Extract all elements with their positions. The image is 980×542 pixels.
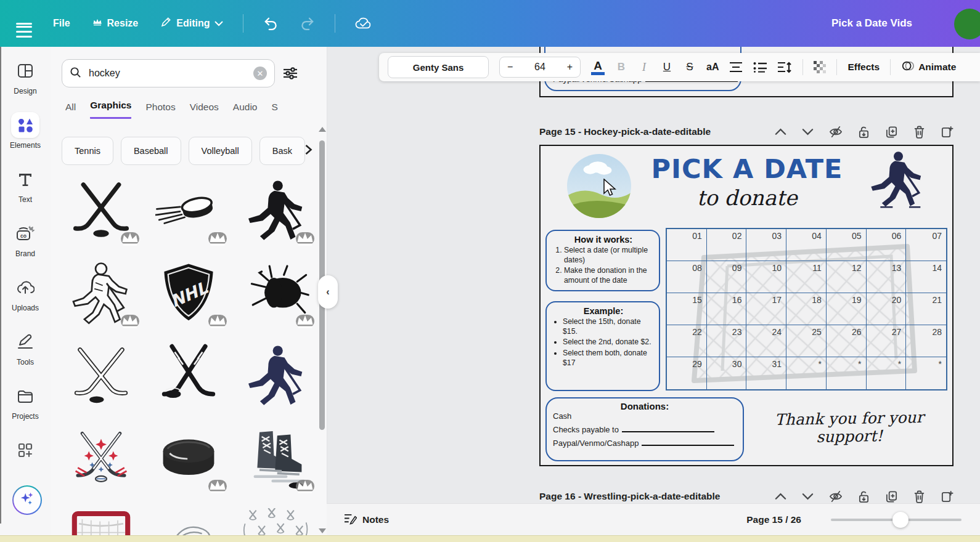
calendar-cell-09[interactable]: 09 — [707, 261, 747, 293]
scroll-down-arrow[interactable] — [319, 528, 326, 533]
delete-page-button[interactable] — [913, 490, 925, 503]
italic-button[interactable]: I — [638, 60, 650, 74]
account-avatar[interactable] — [954, 9, 980, 39]
sky-hills-circle-image[interactable] — [566, 153, 632, 222]
add-page-button[interactable] — [941, 126, 953, 139]
tab-audio[interactable]: Audio — [233, 102, 258, 119]
hockey-player-graphic[interactable] — [866, 150, 928, 227]
search-filters-icon[interactable] — [282, 66, 298, 81]
bold-button[interactable]: B — [615, 61, 627, 73]
calendar-cell-20[interactable]: 20 — [867, 293, 907, 325]
calendar-cell-03[interactable]: 03 — [746, 229, 786, 261]
result-hockey-player-silhouette[interactable] — [237, 175, 316, 248]
zoom-slider-handle[interactable] — [892, 512, 909, 528]
search-input[interactable] — [88, 67, 247, 79]
line-spacing-button[interactable] — [777, 62, 792, 73]
calendar-cell-26[interactable]: 26 — [827, 325, 867, 357]
duplicate-page-button[interactable] — [885, 490, 898, 503]
calendar-cell-29[interactable]: 29 — [667, 357, 707, 389]
calendar-cell-23[interactable]: 23 — [707, 325, 747, 357]
font-size-increase-button[interactable]: + — [567, 62, 573, 73]
sidebar-item-projects[interactable]: Projects — [0, 383, 51, 437]
calendar-cell-31[interactable]: 31 — [746, 357, 786, 389]
calendar-cell-22[interactable]: 22 — [667, 325, 707, 357]
sidebar-item-elements[interactable]: Elements — [0, 112, 51, 166]
move-page-up-button[interactable] — [775, 493, 786, 500]
strikethrough-button[interactable]: S — [684, 61, 696, 73]
add-page-button[interactable] — [941, 490, 953, 503]
calendar-cell-05[interactable]: 05 — [827, 229, 867, 261]
calendar-cell-*[interactable]: * — [827, 357, 867, 389]
result-hockey-player-navy[interactable] — [237, 340, 316, 413]
move-page-down-button[interactable] — [802, 128, 814, 136]
calendar-cell-15[interactable]: 15 — [667, 293, 707, 325]
thank-you-text[interactable]: Thank you for your support! — [748, 408, 952, 447]
calendar-cell-16[interactable]: 16 — [707, 293, 747, 325]
calendar-cell-*[interactable]: * — [786, 357, 827, 389]
calendar-cell-11[interactable]: 11 — [786, 261, 827, 293]
zoom-slider[interactable] — [831, 512, 962, 528]
sidebar-item-design[interactable]: Design — [0, 58, 51, 112]
tab-photos[interactable]: Photos — [145, 102, 175, 119]
alignment-button[interactable] — [729, 62, 743, 73]
result-flying-hockey-puck[interactable] — [149, 175, 228, 248]
search-box[interactable]: ✕ — [62, 59, 275, 87]
resize-button[interactable]: Resize — [84, 12, 147, 35]
card-subtitle[interactable]: to donate — [639, 185, 855, 210]
panel-scrollbar[interactable] — [319, 127, 325, 533]
font-family-selector[interactable]: Genty Sans — [388, 56, 489, 78]
chips-overflow-chevron-icon[interactable] — [304, 144, 312, 158]
editing-mode-dropdown[interactable]: Editing — [152, 10, 232, 36]
calendar-cell-21[interactable]: 21 — [906, 293, 946, 325]
calendar-cell-06[interactable]: 06 — [867, 229, 907, 261]
calendar-cell-14[interactable]: 14 — [906, 261, 946, 293]
page-indicator[interactable]: Page 15 / 26 — [746, 514, 801, 525]
underline-button[interactable]: U — [661, 61, 673, 73]
result-crossed-hockey-sticks-with-puck[interactable] — [62, 175, 141, 248]
lock-page-button[interactable] — [858, 490, 870, 503]
scroll-up-arrow[interactable] — [319, 127, 326, 132]
chip-volleyball[interactable]: Volleyball — [189, 137, 252, 165]
calendar-cell-07[interactable]: 07 — [906, 229, 946, 261]
file-menu-button[interactable]: File — [44, 12, 79, 35]
chip-bask[interactable]: Bask — [259, 137, 305, 165]
redo-button[interactable] — [292, 10, 324, 37]
transparency-button[interactable] — [814, 61, 826, 73]
calendar-cell-28[interactable]: 28 — [906, 325, 946, 357]
calendar-cell-24[interactable]: 24 — [746, 325, 786, 357]
calendar-cell-*[interactable]: * — [906, 357, 946, 389]
card-title[interactable]: PICK A DATE — [639, 153, 855, 184]
calendar-cell-08[interactable]: 08 — [667, 261, 707, 293]
result-nhl-shield-logo[interactable]: NHL — [149, 257, 228, 330]
calendar-cell-02[interactable]: 02 — [707, 229, 747, 261]
text-case-button[interactable]: aA — [706, 62, 719, 73]
main-menu-button[interactable] — [9, 14, 39, 34]
calendar-cell-19[interactable]: 19 — [827, 293, 867, 325]
result-ice-skates[interactable] — [237, 423, 316, 495]
bulleted-list-button[interactable] — [753, 62, 767, 73]
font-size-value[interactable]: 64 — [534, 62, 545, 73]
hide-page-button[interactable] — [829, 126, 843, 138]
calendar-cell-17[interactable]: 17 — [746, 293, 786, 325]
calendar-cell-13[interactable]: 13 — [867, 261, 907, 293]
donations-box[interactable]: Donations: CashChecks payable toPaypal/V… — [545, 397, 744, 461]
sidebar-item-tools[interactable]: Tools — [0, 329, 51, 383]
move-page-down-button[interactable] — [802, 493, 814, 500]
donation-calendar[interactable]: 0102030405060708091011121314151617181920… — [666, 228, 947, 390]
tab-graphics[interactable]: Graphics — [90, 100, 131, 119]
document-title[interactable]: Pick a Date Vids — [831, 0, 912, 47]
calendar-cell-12[interactable]: 12 — [827, 261, 867, 293]
tab-s[interactable]: S — [271, 102, 277, 119]
duplicate-page-button[interactable] — [885, 126, 898, 139]
notes-button[interactable]: Notes — [344, 513, 389, 527]
chip-baseball[interactable]: Baseball — [121, 137, 181, 165]
calendar-cell-30[interactable]: 30 — [707, 357, 747, 389]
hide-page-button[interactable] — [829, 490, 843, 503]
tab-videos[interactable]: Videos — [190, 102, 219, 119]
calendar-cell-04[interactable]: 04 — [786, 229, 827, 261]
tab-all[interactable]: All — [65, 102, 76, 119]
collapse-panel-button[interactable]: ‹ — [318, 275, 338, 309]
page-15-canvas[interactable]: PICK A DATE to donate How it works: Sele… — [539, 145, 953, 466]
move-page-up-button[interactable] — [775, 128, 786, 136]
result-crossed-sticks-stars[interactable] — [62, 423, 141, 495]
